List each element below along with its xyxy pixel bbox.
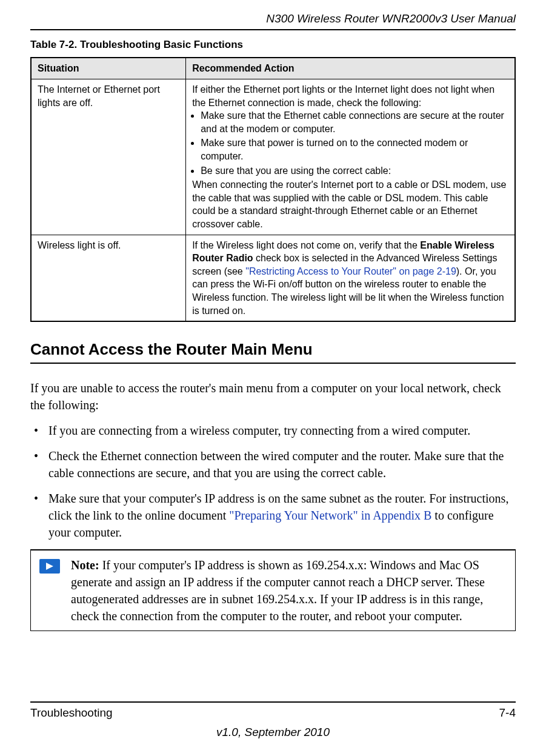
- note-content: Note: If your computer's IP address is s…: [65, 557, 507, 624]
- cross-reference-link[interactable]: "Restricting Access to Your Router" on p…: [245, 266, 456, 276]
- page-header-title: N300 Wireless Router WNR2000v3 User Manu…: [30, 12, 516, 30]
- table-caption: Table 7-2. Troubleshooting Basic Functio…: [30, 39, 516, 51]
- action-bullet: Make sure that power is turned on to the…: [201, 136, 508, 162]
- note-box: Note: If your computer's IP address is s…: [30, 549, 516, 631]
- action-bullet-list: Make sure that the Ethernet cable connec…: [192, 109, 508, 177]
- table-header-situation: Situation: [31, 58, 186, 79]
- footer-page-number: 7-4: [499, 706, 516, 720]
- cell-action: If either the Ethernet port lights or th…: [186, 79, 515, 235]
- action-text-pre: If the Wireless light does not come on, …: [192, 240, 420, 250]
- cross-reference-link[interactable]: "Preparing Your Network" in Appendix B: [229, 509, 431, 522]
- list-item: Make sure that your computer's IP addres…: [30, 490, 516, 541]
- table-row: The Internet or Ethernet port lights are…: [31, 79, 515, 235]
- action-bullet: Make sure that the Ethernet cable connec…: [201, 109, 508, 135]
- section-body: If you are unable to access the router's…: [30, 380, 516, 631]
- footer-section: Troubleshooting: [30, 706, 113, 720]
- note-label: Note:: [71, 558, 99, 572]
- note-icon: [39, 557, 65, 624]
- page-footer: Troubleshooting 7-4 v1.0, September 2010: [30, 701, 516, 739]
- action-intro: If either the Ethernet port lights or th…: [192, 83, 508, 109]
- section-list: If you are connecting from a wireless co…: [30, 422, 516, 541]
- action-outro: When connecting the router's Internet po…: [192, 178, 508, 230]
- list-item: Check the Ethernet connection between th…: [30, 447, 516, 481]
- arrow-icon: [39, 559, 60, 574]
- table-header-action: Recommended Action: [186, 58, 515, 79]
- cell-situation: The Internet or Ethernet port lights are…: [31, 79, 186, 235]
- cell-situation: Wireless light is off.: [31, 235, 186, 321]
- footer-version: v1.0, September 2010: [30, 726, 516, 739]
- section-intro: If you are unable to access the router's…: [30, 380, 516, 413]
- action-bullet: Be sure that you are using the correct c…: [201, 164, 508, 178]
- troubleshooting-table: Situation Recommended Action The Interne…: [30, 57, 516, 322]
- list-item: If you are connecting from a wireless co…: [30, 422, 516, 439]
- note-text: If your computer's IP address is shown a…: [71, 558, 485, 623]
- table-row: Wireless light is off. If the Wireless l…: [31, 235, 515, 321]
- section-heading: Cannot Access the Router Main Menu: [30, 340, 516, 364]
- cell-action: If the Wireless light does not come on, …: [186, 235, 515, 321]
